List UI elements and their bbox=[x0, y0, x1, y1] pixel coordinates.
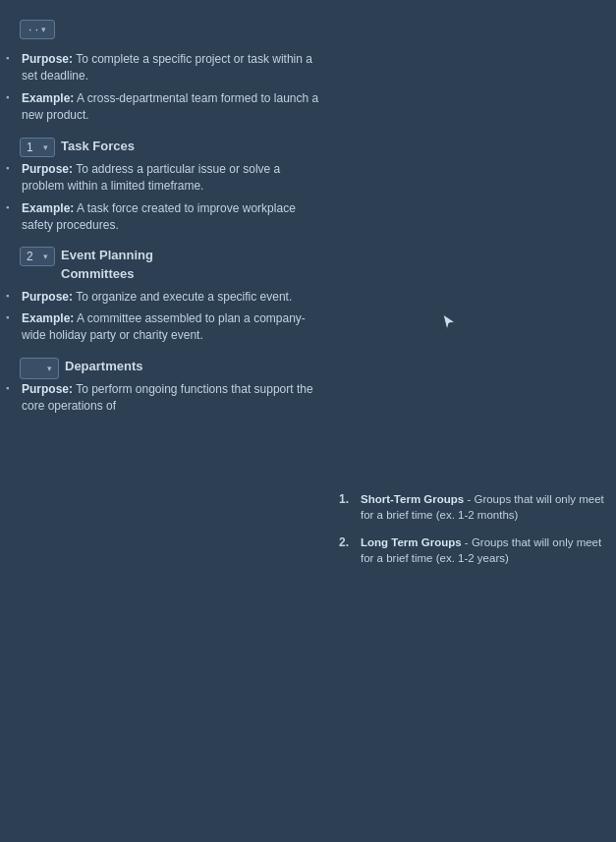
right-column: 1. Short-Term Groups - Groups that will … bbox=[334, 10, 616, 832]
short-term-text: Short-Term Groups - Groups that will onl… bbox=[361, 491, 606, 523]
event-planning-num: 2 bbox=[27, 250, 33, 263]
content-area: · · ▾ Purpose: To complete a specific pr… bbox=[0, 0, 616, 842]
project-bullets: Purpose: To complete a specific project … bbox=[20, 51, 319, 125]
cursor-icon bbox=[441, 312, 457, 335]
departments-title: Departments bbox=[65, 358, 142, 375]
top-box-row: · · ▾ bbox=[20, 20, 319, 43]
task-forces-arrow: ▾ bbox=[43, 142, 48, 152]
event-planning-title: Event Planning Committees bbox=[61, 247, 153, 282]
departments-header: ▾ Departments bbox=[20, 358, 319, 379]
event-planning-purpose: Purpose: To organize and execute a speci… bbox=[20, 289, 319, 306]
short-term-number: 1. bbox=[339, 492, 353, 506]
event-planning-dropdown[interactable]: 2 ▾ bbox=[20, 247, 55, 266]
event-planning-arrow: ▾ bbox=[43, 252, 48, 261]
event-planning-section: 2 ▾ Event Planning Committees Purpose: T… bbox=[20, 247, 319, 350]
long-term-text: Long Term Groups - Groups that will only… bbox=[361, 534, 606, 566]
task-forces-purpose: Purpose: To address a particular issue o… bbox=[20, 161, 319, 196]
short-term-groups-item: 1. Short-Term Groups - Groups that will … bbox=[339, 491, 606, 523]
event-planning-header: 2 ▾ Event Planning Committees bbox=[20, 247, 319, 284]
top-dropdown-arrow: ▾ bbox=[41, 25, 46, 34]
event-planning-example: Example: A committee assembled to plan a… bbox=[20, 310, 319, 345]
project-purpose: Purpose: To complete a specific project … bbox=[20, 51, 319, 85]
task-forces-bullets: Purpose: To address a particular issue o… bbox=[20, 161, 319, 235]
long-term-groups-item: 2. Long Term Groups - Groups that will o… bbox=[339, 534, 606, 566]
top-dropdown-label: · · bbox=[28, 23, 38, 36]
left-column: · · ▾ Purpose: To complete a specific pr… bbox=[0, 10, 334, 832]
task-forces-num: 1 bbox=[27, 140, 33, 154]
departments-dropdown[interactable]: ▾ bbox=[20, 358, 59, 379]
long-term-number: 2. bbox=[339, 535, 353, 549]
task-forces-example: Example: A task force created to improve… bbox=[20, 200, 319, 235]
top-dropdown[interactable]: · · ▾ bbox=[20, 20, 55, 39]
departments-section: ▾ Departments Purpose: To perform ongoin… bbox=[20, 358, 319, 421]
departments-bullets: Purpose: To perform ongoing functions th… bbox=[20, 381, 319, 416]
task-forces-header: 1 ▾ Task Forces bbox=[20, 138, 319, 157]
project-example: Example: A cross-departmental team forme… bbox=[20, 90, 319, 125]
task-forces-title: Task Forces bbox=[61, 138, 135, 155]
event-planning-bullets: Purpose: To organize and execute a speci… bbox=[20, 289, 319, 345]
right-spacer bbox=[339, 20, 606, 491]
departments-arrow: ▾ bbox=[47, 364, 52, 373]
task-forces-section: 1 ▾ Task Forces Purpose: To address a pa… bbox=[20, 138, 319, 240]
project-team-section: Purpose: To complete a specific project … bbox=[20, 51, 319, 130]
departments-num bbox=[27, 362, 29, 375]
task-forces-dropdown[interactable]: 1 ▾ bbox=[20, 138, 55, 157]
page-container: · · ▾ Purpose: To complete a specific pr… bbox=[0, 0, 616, 842]
departments-purpose: Purpose: To perform ongoing functions th… bbox=[20, 381, 319, 416]
